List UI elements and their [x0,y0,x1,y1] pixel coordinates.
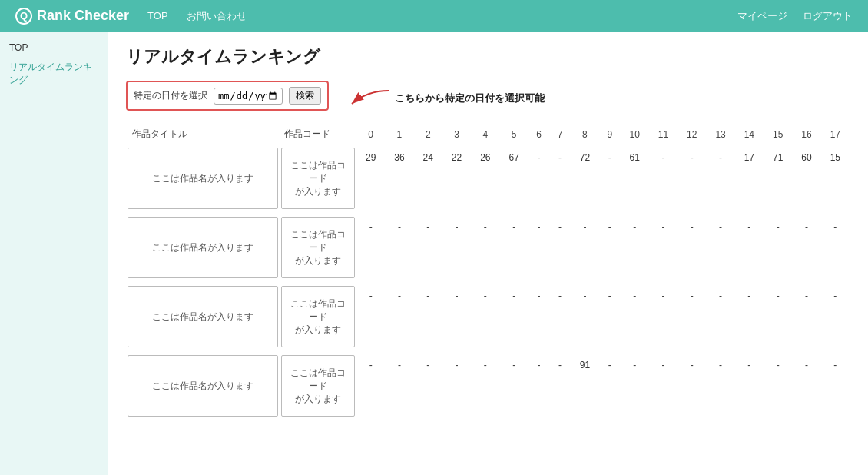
cell-data-1-9: - [599,214,620,281]
cell-data-2-6: - [528,283,549,350]
cell-data-3-9: - [599,352,620,420]
cell-data-1-6: - [528,214,549,281]
col-header-2: 2 [414,125,442,144]
col-header-6: 6 [528,125,549,144]
table-row: ここは作品名が入りますここは作品コード が入ります---------------… [126,214,850,281]
cell-data-3-1: - [385,352,413,420]
col-header-0: 0 [356,125,385,144]
cell-title-0: ここは作品名が入ります [126,144,280,213]
cell-data-1-3: - [442,214,471,281]
code-box-0: ここは作品コード が入ります [281,148,355,209]
code-box-2: ここは作品コード が入ります [281,286,355,347]
cell-data-1-8: - [571,214,599,281]
cell-data-1-13: - [706,214,734,281]
cell-data-0-6: - [528,144,549,213]
cell-data-1-1: - [385,214,413,281]
col-header-title: 作品タイトル [126,125,280,144]
search-box: 特定の日付を選択 検索 [126,81,329,111]
layout: TOP リアルタイムランキング リアルタイムランキング 特定の日付を選択 検索 [0,32,868,475]
search-button[interactable]: 検索 [289,87,321,105]
col-header-11: 11 [649,125,678,144]
cell-data-2-17: - [821,283,850,350]
col-header-8: 8 [571,125,599,144]
cell-data-0-14: 17 [735,144,764,213]
annotation-text: こちらから特定の日付を選択可能 [395,91,545,105]
cell-data-3-7: - [549,352,570,420]
cell-code-3: ここは作品コード が入ります [280,352,356,420]
separator-row [126,420,850,421]
cell-data-0-4: 26 [471,144,499,213]
cell-data-3-16: - [792,352,820,420]
cell-data-2-2: - [414,283,442,350]
cell-data-2-12: - [678,283,706,350]
cell-data-0-0: 29 [356,144,385,213]
cell-data-0-11: - [649,144,678,213]
cell-data-0-15: 71 [764,144,792,213]
cell-code-0: ここは作品コード が入ります [280,144,356,213]
cell-data-0-13: - [706,144,734,213]
main-content: リアルタイムランキング 特定の日付を選択 検索 こちらから特定の日付を選 [108,32,868,475]
nav-logout[interactable]: ログアウト [803,9,853,23]
cell-data-2-14: - [735,283,764,350]
cell-data-1-5: - [499,214,528,281]
sidebar: TOP リアルタイムランキング [0,32,108,475]
cell-code-2: ここは作品コード が入ります [280,283,356,350]
cell-data-1-4: - [471,214,499,281]
cell-data-2-16: - [792,283,820,350]
nav-contact[interactable]: お問い合わせ [187,9,247,23]
cell-data-2-7: - [549,283,570,350]
sidebar-item-top[interactable]: TOP [9,42,98,53]
cell-data-1-0: - [356,214,385,281]
cell-data-0-17: 15 [821,144,850,213]
cell-data-2-11: - [649,283,678,350]
cell-data-2-1: - [385,283,413,350]
col-header-12: 12 [678,125,706,144]
cell-data-3-17: - [821,352,850,420]
cell-data-1-15: - [764,214,792,281]
nav-top[interactable]: TOP [147,10,168,22]
cell-data-1-14: - [735,214,764,281]
logo: Q Rank Checker [15,8,129,25]
cell-data-2-3: - [442,283,471,350]
cell-data-1-2: - [414,214,442,281]
nav-mypage[interactable]: マイページ [737,9,787,23]
cell-data-0-9: - [599,144,620,213]
page-title: リアルタイムランキング [126,45,850,68]
col-header-4: 4 [471,125,499,144]
cell-data-3-11: - [649,352,678,420]
col-header-16: 16 [792,125,820,144]
cell-data-0-3: 22 [442,144,471,213]
cell-data-2-0: - [356,283,385,350]
date-input[interactable] [214,88,283,105]
logo-icon: Q [15,8,32,25]
title-box-1: ここは作品名が入ります [128,217,278,278]
col-header-9: 9 [599,125,620,144]
title-box-3: ここは作品名が入ります [128,355,278,417]
cell-title-1: ここは作品名が入ります [126,214,280,281]
cell-data-3-6: - [528,352,549,420]
col-header-7: 7 [549,125,570,144]
cell-data-3-8: 91 [571,352,599,420]
title-box-2: ここは作品名が入ります [128,286,278,347]
cell-data-0-8: 72 [571,144,599,213]
col-header-1: 1 [385,125,413,144]
cell-data-1-11: - [649,214,678,281]
sidebar-item-realtime[interactable]: リアルタイムランキング [9,61,98,87]
cell-data-2-10: - [621,283,649,350]
cell-data-0-16: 60 [792,144,820,213]
col-header-13: 13 [706,125,734,144]
cell-title-3: ここは作品名が入ります [126,352,280,420]
cell-data-3-3: - [442,352,471,420]
cell-data-2-13: - [706,283,734,350]
col-header-14: 14 [735,125,764,144]
table-row: ここは作品名が入りますここは作品コード が入ります---------------… [126,283,850,350]
search-label: 特定の日付を選択 [134,89,207,102]
arrow-icon [344,87,390,110]
code-box-1: ここは作品コード が入ります [281,217,355,278]
search-row: 特定の日付を選択 検索 こちらから特定の日付を選択可能 [126,81,850,111]
table-row: ここは作品名が入りますここは作品コード が入ります--------91-----… [126,352,850,420]
code-box-3: ここは作品コード が入ります [281,355,355,417]
cell-data-3-0: - [356,352,385,420]
col-header-3: 3 [442,125,471,144]
cell-data-3-14: - [735,352,764,420]
